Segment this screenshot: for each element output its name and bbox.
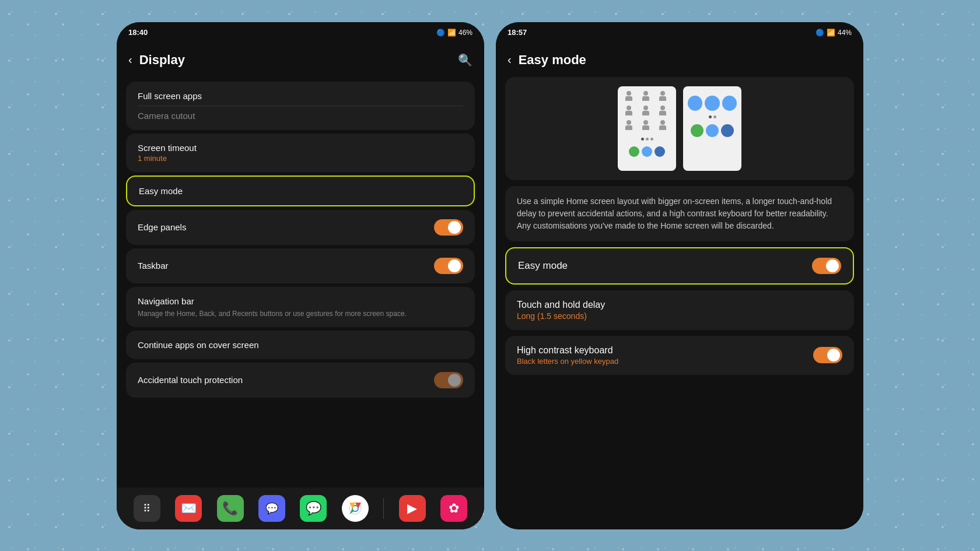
navigation-bar-item[interactable]: Navigation bar Manage the Home, Back, an…: [126, 287, 475, 327]
dock-star[interactable]: ✿: [440, 495, 467, 522]
bottom-dock: ⠿ ✉️ 📞 💬 💬 ▶ ✿: [117, 487, 484, 529]
person-icon-4: [622, 106, 635, 118]
easy-dot-1: [709, 115, 712, 118]
high-contrast-row[interactable]: High contrast keyboard Black letters on …: [505, 336, 854, 375]
easy-mode-toggle[interactable]: [812, 258, 841, 274]
header-left: ‹ Display: [128, 52, 185, 68]
standard-icon-grid: [622, 91, 671, 133]
easy-mode-toggle-row[interactable]: Easy mode: [505, 247, 854, 285]
person-icon-2: [639, 91, 652, 104]
easy-mode-title: Easy mode: [519, 52, 586, 68]
person-icon-9: [656, 120, 669, 133]
high-contrast-subtitle: Black letters on yellow keypad: [517, 357, 618, 366]
easy-mode-back-button[interactable]: ‹: [508, 53, 512, 66]
search-button[interactable]: 🔍: [458, 53, 473, 67]
mode-preview: [505, 77, 854, 180]
full-screen-apps-item[interactable]: Full screen apps Camera cutout: [126, 82, 475, 130]
display-title: Display: [139, 52, 185, 68]
navigation-bar-label: Navigation bar: [138, 296, 194, 306]
screen-timeout-label: Screen timeout: [138, 143, 197, 153]
accidental-touch-toggle[interactable]: [434, 372, 463, 388]
svg-point-2: [353, 506, 358, 511]
back-button[interactable]: ‹: [128, 53, 132, 66]
easy-mode-dots: [709, 115, 716, 118]
left-status-bar: 18:40 🔵 📶 46%: [117, 22, 484, 43]
person-icon-6: [656, 106, 669, 118]
dock-discord[interactable]: 💬: [258, 495, 285, 522]
screen-timeout-text: Screen timeout 1 minute: [138, 143, 197, 163]
navigation-bar-desc: Manage the Home, Back, and Recents butto…: [138, 310, 407, 318]
left-screen: ‹ Display 🔍 Full screen apps Camera cuto…: [117, 43, 484, 529]
left-time: 18:40: [128, 28, 148, 37]
standard-mode-dots: [641, 138, 653, 141]
easy-mode-header: ‹ Easy mode: [496, 43, 863, 77]
touch-hold-title: Touch and hold delay: [517, 300, 842, 310]
easy-row-1: [688, 96, 737, 111]
dot-3: [650, 138, 653, 141]
right-bt-icon: 🔵: [816, 29, 824, 37]
touch-hold-value: Long (1.5 seconds): [517, 311, 842, 321]
display-header: ‹ Display 🔍: [117, 43, 484, 77]
easy-dock-green: [691, 124, 704, 137]
easy-dock-blue: [706, 124, 719, 137]
high-contrast-toggle[interactable]: [813, 347, 842, 363]
person-icon-5: [639, 106, 652, 118]
easy-mode-header-left: ‹ Easy mode: [508, 52, 586, 68]
dock-phone[interactable]: 📞: [217, 495, 244, 522]
easy-mode-thumb[interactable]: [683, 86, 741, 171]
taskbar-item[interactable]: Taskbar: [126, 248, 475, 283]
dock-green: [629, 146, 639, 157]
easy-mode-content: Use a simple Home screen layout with big…: [496, 77, 863, 529]
edge-panels-label: Edge panels: [138, 222, 186, 232]
edge-panels-toggle[interactable]: [434, 219, 463, 236]
dock-gmail[interactable]: ✉️: [175, 495, 202, 522]
right-phone: 18:57 🔵 📶 44% ‹ Easy mode: [496, 22, 863, 529]
easy-dot-2: [713, 115, 716, 118]
right-status-bar: 18:57 🔵 📶 44%: [496, 22, 863, 43]
easy-icon-2: [705, 96, 719, 111]
left-status-icons: 🔵 📶 46%: [436, 29, 473, 37]
bt-icon: 🔵: [436, 29, 445, 37]
dock-chrome[interactable]: [342, 495, 369, 522]
left-phone: 18:40 🔵 📶 46% ‹ Display 🔍 Full screen ap…: [117, 22, 484, 529]
high-contrast-text: High contrast keyboard Black letters on …: [517, 345, 618, 366]
taskbar-toggle[interactable]: [434, 258, 463, 274]
dock-darkblue: [654, 146, 665, 157]
right-screen: ‹ Easy mode: [496, 43, 863, 529]
person-icon-7: [622, 120, 635, 133]
dock-blue: [642, 146, 652, 157]
easy-mode-description-box: Use a simple Home screen layout with big…: [505, 186, 854, 241]
screen-timeout-item[interactable]: Screen timeout 1 minute: [126, 134, 475, 172]
standard-dock-icons: [629, 146, 665, 157]
high-contrast-title: High contrast keyboard: [517, 345, 618, 356]
dock-apps-grid[interactable]: ⠿: [134, 495, 160, 522]
person-icon-1: [622, 91, 635, 104]
dot-1: [641, 138, 644, 141]
easy-mode-rows: [688, 96, 737, 111]
continue-apps-label: Continue apps on cover screen: [138, 340, 259, 350]
continue-apps-item[interactable]: Continue apps on cover screen: [126, 331, 475, 359]
easy-mode-description: Use a simple Home screen layout with big…: [517, 195, 842, 232]
accidental-touch-label: Accidental touch protection: [138, 375, 243, 385]
easy-mode-label: Easy mode: [139, 186, 183, 196]
right-battery: 44%: [838, 29, 852, 37]
battery-left: 46%: [459, 29, 473, 37]
signal-icon: 📶: [447, 29, 456, 37]
right-status-icons: 🔵 📶 44%: [816, 29, 852, 37]
accidental-touch-item[interactable]: Accidental touch protection: [126, 363, 475, 398]
person-icon-3: [656, 91, 669, 104]
taskbar-label: Taskbar: [138, 261, 169, 271]
right-signal-icon: 📶: [827, 29, 835, 37]
standard-mode-thumb[interactable]: [618, 86, 676, 171]
dock-separator: [383, 498, 384, 519]
settings-list: Full screen apps Camera cutout Screen ti…: [117, 77, 484, 487]
touch-hold-row[interactable]: Touch and hold delay Long (1.5 seconds): [505, 290, 854, 330]
dock-youtube[interactable]: ▶: [399, 495, 426, 522]
edge-panels-item[interactable]: Edge panels: [126, 210, 475, 245]
dot-2: [646, 138, 649, 141]
camera-cutout-label: Camera cutout: [138, 111, 195, 121]
easy-mode-item[interactable]: Easy mode: [126, 176, 475, 206]
easy-icon-1: [688, 96, 702, 111]
dock-whatsapp[interactable]: 💬: [300, 495, 327, 522]
easy-mode-toggle-label: Easy mode: [518, 260, 568, 272]
